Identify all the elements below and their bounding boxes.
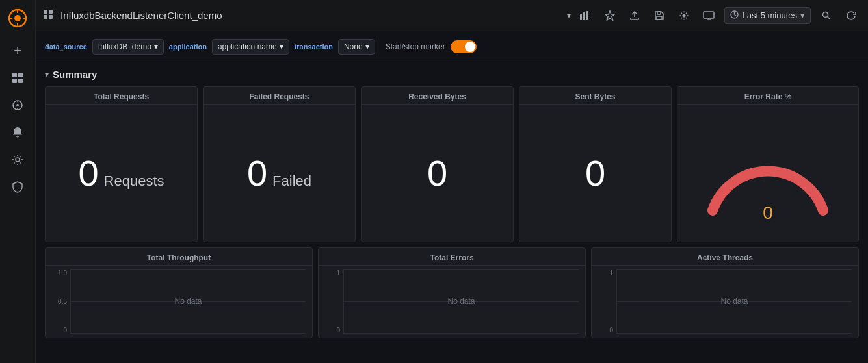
panel-total-throughput: Total Throughput 1.0 0.5 0 No data — [45, 247, 313, 338]
bottom-panels-row: Total Throughput 1.0 0.5 0 No data — [45, 247, 859, 338]
svg-rect-18 — [49, 10, 53, 14]
save-icon-btn[interactable] — [650, 6, 668, 25]
application-label: application — [169, 43, 207, 51]
panel-total-errors: Total Errors 1 0 No data — [318, 247, 586, 338]
topbar-actions: Last 5 minutes ▾ — [576, 6, 860, 25]
main-area: InfluxdbBackendListenerClient_demo ▾ — [36, 0, 868, 363]
grafana-logo[interactable] — [6, 6, 29, 30]
chart-y-axis-throughput: 1.0 0.5 0 — [52, 269, 70, 334]
monitor-icon-btn[interactable] — [700, 6, 718, 25]
datasource-label: data_source — [45, 43, 87, 51]
svg-rect-9 — [18, 79, 23, 83]
search-icon-btn[interactable] — [817, 6, 835, 25]
sidebar: + — [0, 0, 36, 363]
stat-value-total-requests: 0 Requests — [78, 152, 164, 194]
panel-title-error-rate: Error Rate % — [677, 87, 858, 105]
chart-body-errors: 1 0 No data — [319, 266, 585, 338]
chart-icon-btn[interactable] — [576, 6, 594, 25]
clock-icon — [730, 10, 739, 21]
panel-body-failed-requests: 0 Failed — [204, 105, 355, 242]
datasource-value: InfluxDB_demo — [98, 42, 151, 51]
application-dropdown[interactable]: application name ▾ — [212, 39, 289, 55]
svg-point-11 — [16, 104, 19, 106]
panel-title-received-bytes: Received Bytes — [362, 87, 513, 105]
svg-point-16 — [16, 158, 20, 162]
time-picker-label: Last 5 minutes — [742, 10, 797, 20]
gridline — [617, 269, 852, 270]
no-data-errors: No data — [447, 297, 475, 306]
svg-point-34 — [823, 12, 828, 17]
panel-body-total-requests: 0 Requests — [46, 105, 197, 242]
panel-received-bytes: Received Bytes 0 — [361, 86, 514, 242]
sidebar-item-shield[interactable] — [6, 175, 29, 199]
transaction-value: None — [344, 42, 363, 51]
dashboard-content: ▾ Summary Total Requests 0 Requests — [36, 62, 868, 363]
start-stop-label: Start/stop marker — [386, 42, 445, 51]
panel-title-sent-bytes: Sent Bytes — [519, 87, 671, 105]
panel-title-total-requests: Total Requests — [46, 87, 197, 105]
svg-rect-7 — [18, 73, 23, 77]
stat-value-failed-requests: 0 Failed — [247, 152, 311, 194]
datasource-dropdown[interactable]: InfluxDB_demo ▾ — [92, 39, 164, 55]
panel-body-sent-bytes: 0 — [519, 105, 671, 242]
sidebar-item-add[interactable]: + — [6, 39, 29, 62]
sidebar-item-dashboards[interactable] — [6, 66, 29, 90]
stat-value-received-bytes: 0 — [427, 152, 447, 194]
svg-rect-8 — [12, 79, 17, 83]
share-icon-btn[interactable] — [625, 6, 644, 25]
stat-value-sent-bytes: 0 — [585, 152, 605, 194]
toggle-knob — [465, 42, 475, 52]
panel-failed-requests: Failed Requests 0 Failed — [203, 86, 356, 242]
filterbar: data_source InfluxDB_demo ▾ application … — [36, 31, 868, 62]
application-arrow: ▾ — [280, 42, 283, 51]
summary-title: Summary — [53, 69, 97, 80]
panel-error-rate: Error Rate % 0 — [677, 86, 859, 242]
sidebar-item-explore[interactable] — [6, 94, 29, 117]
transaction-dropdown[interactable]: None ▾ — [338, 39, 375, 55]
svg-point-1 — [14, 15, 21, 21]
chart-body-threads: 1 0 No data — [592, 266, 858, 338]
svg-line-33 — [735, 14, 737, 16]
title-dropdown-arrow[interactable]: ▾ — [567, 11, 571, 20]
svg-point-27 — [683, 14, 686, 17]
chart-body-throughput: 1.0 0.5 0 No data — [46, 266, 312, 338]
chart-area-threads: 1 0 No data — [598, 269, 852, 334]
grid-icon — [44, 10, 53, 21]
star-icon-btn[interactable] — [601, 6, 619, 25]
svg-rect-17 — [44, 10, 47, 14]
collapse-icon[interactable]: ▾ — [45, 70, 49, 79]
svg-rect-23 — [586, 11, 588, 20]
transaction-label: transaction — [295, 43, 333, 51]
topbar: InfluxdbBackendListenerClient_demo ▾ — [36, 0, 868, 31]
refresh-icon-btn[interactable] — [842, 6, 860, 25]
no-data-throughput: No data — [174, 297, 202, 306]
panel-active-threads: Active Threads 1 0 No data — [591, 247, 859, 338]
svg-rect-28 — [704, 12, 714, 18]
datasource-arrow: ▾ — [154, 42, 158, 51]
time-picker-arrow: ▾ — [800, 10, 805, 20]
start-stop-toggle[interactable] — [451, 40, 477, 53]
svg-rect-22 — [583, 12, 585, 20]
panel-sent-bytes: Sent Bytes 0 — [519, 86, 672, 242]
gridline — [71, 269, 306, 270]
svg-rect-19 — [44, 15, 47, 19]
panel-total-requests: Total Requests 0 Requests — [45, 86, 198, 242]
top-panels-row: Total Requests 0 Requests Failed Request… — [45, 86, 859, 242]
gauge-container: 0 — [684, 111, 852, 235]
chart-grid-threads: No data — [616, 269, 852, 334]
no-data-threads: No data — [720, 297, 748, 306]
panel-title-failed-requests: Failed Requests — [204, 87, 355, 105]
settings-icon-btn[interactable] — [675, 6, 693, 25]
svg-rect-26 — [657, 16, 662, 19]
panel-body-received-bytes: 0 — [362, 105, 513, 242]
chart-area-errors: 1 0 No data — [325, 269, 579, 334]
sidebar-item-alerting[interactable] — [6, 121, 29, 144]
application-value: application name — [218, 42, 277, 51]
sidebar-item-settings[interactable] — [6, 148, 29, 171]
gauge-value: 0 — [763, 203, 773, 223]
time-picker[interactable]: Last 5 minutes ▾ — [724, 7, 811, 24]
chart-grid-throughput: No data — [70, 269, 306, 334]
panel-title-total-errors: Total Errors — [319, 248, 585, 266]
transaction-arrow: ▾ — [365, 42, 369, 51]
chart-grid-errors: No data — [343, 269, 579, 334]
